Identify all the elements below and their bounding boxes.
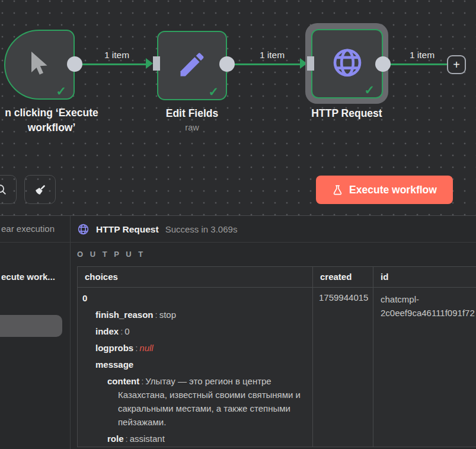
connection-items-label: 1 item [87,50,146,60]
sidebar-item-node[interactable]: ecute work... [1,272,55,282]
sidebar-selected-pill[interactable] [0,315,62,337]
panel-node-name: HTTP Request [96,224,159,235]
json-key-content: content:Улытау — это регион в центре Каз… [82,374,308,429]
broom-icon [33,183,47,197]
execution-status: Success in 3.069s [165,224,238,234]
json-key-finish-reason: finish_reason:stop [82,308,308,321]
cell-id: chatcmpl-2c0eef9ca46111f091f72 [373,288,476,447]
panel-header: ear execution HTTP Request Success in 3.… [0,216,476,243]
node-label-edit-fields: Edit Fields [157,106,227,121]
json-key-message: message [82,358,308,371]
node-manual-trigger[interactable]: ✓ [4,30,75,100]
connection-line[interactable] [383,63,447,65]
execute-workflow-label: Execute workflow [349,184,437,196]
output-table-header: choices created id [78,267,476,288]
node-http-request[interactable]: ✓ [311,29,383,98]
connection-line[interactable] [75,63,147,65]
success-check-icon: ✓ [56,85,66,97]
json-key-index: index:0 [82,324,308,338]
success-check-icon: ✓ [208,85,219,98]
globe-icon [77,223,90,235]
panel-divider [70,216,71,449]
output-port[interactable] [67,56,82,72]
column-header-id[interactable]: id [373,267,476,287]
output-port[interactable] [219,56,235,72]
connection-arrow-icon [146,58,153,69]
connection-line[interactable] [227,63,300,65]
node-edit-fields[interactable]: ✓ [157,31,227,100]
cell-choices: 0 finish_reason:stop index:0 logprobs:nu… [78,288,313,447]
n8n-workflow-editor: ✓ n clicking ‘Execute workflow’ 1 item ✓… [0,0,476,449]
json-key-0: 0 [82,291,308,305]
pencil-icon [177,49,207,79]
workflow-canvas[interactable]: ✓ n clicking ‘Execute workflow’ 1 item ✓… [0,0,476,215]
node-subtitle-edit-fields: raw [157,123,227,132]
cell-created: 1759944015 [313,288,373,447]
execution-output-panel: ear execution HTTP Request Success in 3.… [0,215,476,449]
connection-items-label: 1 item [392,50,452,60]
json-key-role: role:assistant [82,432,308,445]
globe-icon [331,46,364,79]
search-icon [0,183,8,196]
cursor-icon [25,49,54,78]
output-table: choices created id 0 finish_reason:stop … [77,266,476,447]
column-header-choices[interactable]: choices [78,267,313,287]
table-row: 0 finish_reason:stop index:0 logprobs:nu… [78,288,476,447]
connection-items-label: 1 item [242,50,302,60]
column-header-created[interactable]: created [313,267,373,287]
execute-workflow-button[interactable]: Execute workflow [316,176,453,204]
flask-icon [332,184,343,196]
zoom-search-button[interactable] [0,175,17,204]
output-section-label: O U T P U T [77,250,145,259]
node-label-trigger: n clicking ‘Execute workflow’ [0,106,111,135]
clear-execution-button[interactable]: ear execution [1,224,55,234]
success-check-icon: ✓ [364,84,375,96]
tidy-up-button[interactable] [24,175,56,204]
node-label-http-request: HTTP Request [302,106,391,121]
json-key-logprobs: logprobs:null [82,341,308,355]
input-port[interactable] [307,56,314,71]
add-node-button[interactable]: + [447,55,466,74]
output-port[interactable] [375,56,391,72]
input-port[interactable] [153,56,160,71]
